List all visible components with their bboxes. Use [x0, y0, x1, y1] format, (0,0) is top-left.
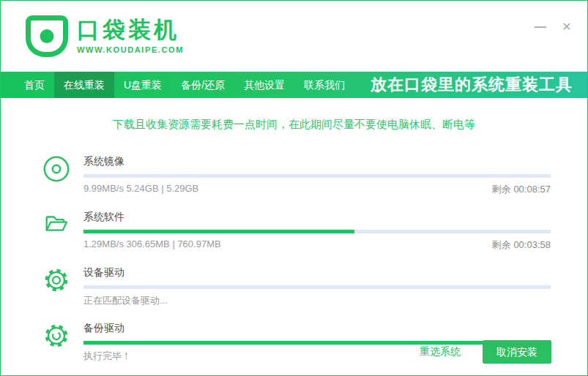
task-status: 1.29MB/s 306.65MB | 760.97MB — [83, 238, 221, 252]
task-row-system-image: 系统镜像 9.99MB/s 5.24GB | 5.29GB 剩余 00:08:5… — [41, 154, 551, 196]
pocket-shield-icon — [26, 15, 68, 57]
nav-tab-home[interactable]: 首页 — [15, 72, 54, 98]
installer-window: { "window": { "minimize_label": "—", "cl… — [0, 0, 588, 376]
progress-bar — [83, 174, 551, 178]
nav-tab-contact-us[interactable]: 联系我们 — [294, 72, 354, 98]
task-remaining: 剩余 00:08:57 — [492, 183, 551, 196]
window-controls: — ✕ — [533, 20, 574, 34]
brand-text: 口袋装机 WWW.KOUDAIPE.COM — [77, 18, 184, 54]
task-row-device-driver: 设备驱动 正在匹配设备驱动... — [41, 265, 551, 307]
nav-tab-other-settings[interactable]: 其他设置 — [234, 72, 294, 98]
header: 口袋装机 WWW.KOUDAIPE.COM — ✕ — [1, 1, 587, 72]
nav-slogan: 放在口袋里的系统重装工具 — [371, 74, 587, 96]
nav-bar: 首页 在线重装 U盘重装 备份/还原 其他设置 联系我们 放在口袋里的系统重装工… — [1, 72, 587, 98]
task-list: 系统镜像 9.99MB/s 5.24GB | 5.29GB 剩余 00:08:5… — [41, 154, 551, 363]
nav-tab-usb-reinstall[interactable]: U盘重装 — [114, 72, 171, 98]
task-remaining: 剩余 00:03:58 — [492, 238, 551, 252]
progress-fill — [83, 230, 354, 233]
notice-text: 下载且收集资源需要耗费一点时间，在此期间尽量不要使电脑休眠、断电等 — [1, 118, 587, 132]
gear-icon — [41, 320, 72, 351]
shield-dot — [40, 29, 54, 43]
nav-tab-backup-restore[interactable]: 备份/还原 — [171, 72, 234, 98]
task-status: 9.99MB/s 5.24GB | 5.29GB — [83, 183, 198, 196]
gear-icon — [41, 265, 72, 296]
cancel-install-button[interactable]: 取消安装 — [483, 340, 551, 364]
progress-bar — [83, 230, 551, 233]
minimize-button[interactable]: — — [533, 20, 548, 34]
brand-name: 口袋装机 — [77, 18, 184, 42]
brand-url: WWW.KOUDAIPE.COM — [77, 45, 184, 54]
disc-icon — [41, 154, 72, 184]
progress-bar — [83, 285, 551, 289]
task-title: 设备驱动 — [83, 266, 551, 279]
task-status: 正在匹配设备驱动... — [83, 294, 168, 307]
task-title: 备份驱动 — [83, 322, 551, 335]
task-title: 系统镜像 — [83, 155, 551, 168]
close-button[interactable]: ✕ — [559, 20, 574, 34]
task-row-system-software: 系统软件 1.29MB/s 306.65MB | 760.97MB 剩余 00:… — [41, 209, 551, 252]
footer-actions: 重选系统 取消安装 — [420, 340, 551, 364]
reselect-system-button[interactable]: 重选系统 — [420, 345, 461, 358]
folder-icon — [41, 209, 72, 240]
brand-logo: 口袋装机 WWW.KOUDAIPE.COM — [26, 15, 184, 57]
nav-tab-online-reinstall[interactable]: 在线重装 — [54, 72, 114, 98]
task-status: 执行完毕！ — [83, 350, 131, 363]
task-title: 系统软件 — [83, 211, 551, 224]
